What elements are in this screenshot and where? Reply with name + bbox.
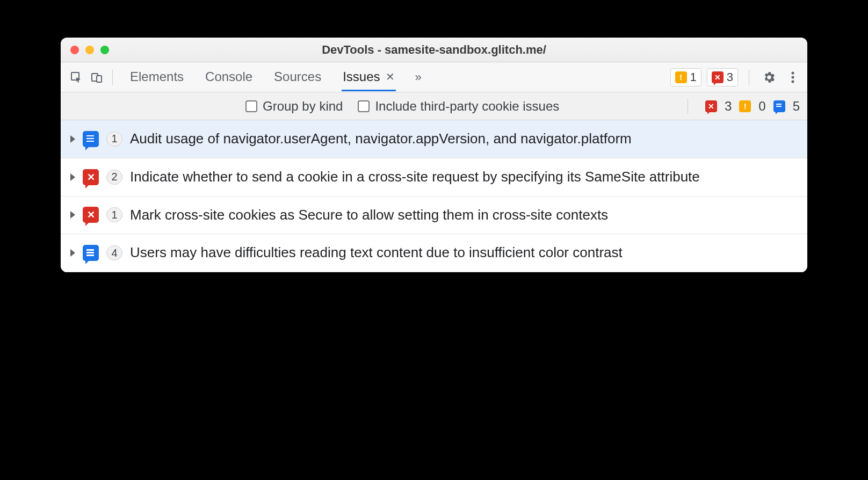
info-icon — [83, 131, 99, 147]
issue-title: Audit usage of navigator.userAgent, navi… — [130, 130, 798, 148]
count-errors: 3 — [725, 99, 732, 114]
issue-list: 1Audit usage of navigator.userAgent, nav… — [61, 120, 807, 272]
close-icon[interactable]: ✕ — [386, 70, 395, 83]
error-icon — [83, 169, 99, 185]
toolbar-right: 1 3 — [670, 68, 802, 86]
expand-caret-icon[interactable] — [70, 249, 75, 257]
warning-icon — [675, 71, 687, 83]
inspect-element-icon[interactable] — [66, 67, 86, 88]
device-toggle-icon[interactable] — [86, 67, 107, 88]
separator — [112, 70, 113, 85]
count-warnings: 0 — [758, 99, 765, 114]
tab-elements-label: Elements — [130, 69, 184, 84]
more-tabs-icon[interactable]: » — [415, 70, 422, 84]
main-toolbar: Elements Console Sources Issues ✕ » 1 3 — [61, 62, 807, 92]
svg-point-3 — [792, 71, 794, 74]
errors-pill[interactable]: 3 — [707, 68, 738, 86]
svg-rect-2 — [97, 76, 102, 82]
window-minimize-button[interactable] — [85, 46, 94, 54]
svg-point-4 — [792, 76, 794, 78]
errors-count: 3 — [727, 70, 733, 84]
expand-caret-icon[interactable] — [70, 211, 75, 219]
error-icon — [83, 207, 99, 223]
issue-title: Users may have difficulties reading text… — [130, 244, 798, 262]
include-third-party-label: Include third-party cookie issues — [375, 99, 559, 114]
devtools-window: DevTools - samesite-sandbox.glitch.me/ E… — [61, 38, 807, 272]
tab-console-label: Console — [205, 69, 252, 84]
issue-count-badge: 4 — [106, 245, 122, 260]
tab-elements[interactable]: Elements — [129, 64, 185, 91]
titlebar: DevTools - samesite-sandbox.glitch.me/ — [61, 38, 807, 62]
warning-icon — [739, 100, 751, 112]
tab-sources-label: Sources — [274, 69, 321, 84]
expand-caret-icon[interactable] — [70, 135, 75, 143]
error-icon — [705, 100, 717, 112]
tab-issues-label: Issues — [343, 69, 380, 84]
tab-sources[interactable]: Sources — [273, 64, 322, 91]
checkbox-box — [245, 100, 257, 112]
tab-console[interactable]: Console — [204, 64, 254, 91]
separator — [749, 70, 749, 85]
group-by-kind-checkbox[interactable]: Group by kind — [245, 99, 343, 114]
svg-point-5 — [792, 80, 794, 83]
issue-counts: 3 0 5 — [705, 99, 800, 114]
issue-row[interactable]: 1Mark cross-site cookies as Secure to al… — [61, 197, 807, 235]
issue-count-badge: 2 — [106, 170, 122, 185]
panel-tabs: Elements Console Sources Issues ✕ » — [129, 64, 670, 91]
include-third-party-checkbox[interactable]: Include third-party cookie issues — [358, 99, 559, 114]
issue-count-badge: 1 — [106, 207, 122, 222]
more-menu-icon[interactable] — [784, 68, 802, 86]
window-maximize-button[interactable] — [100, 46, 109, 54]
expand-caret-icon[interactable] — [70, 173, 75, 181]
issue-title: Indicate whether to send a cookie in a c… — [130, 168, 798, 186]
issue-row[interactable]: 2Indicate whether to send a cookie in a … — [61, 158, 807, 197]
error-icon — [712, 71, 724, 83]
issue-row[interactable]: 4Users may have difficulties reading tex… — [61, 234, 807, 272]
info-icon — [773, 100, 785, 112]
window-close-button[interactable] — [70, 46, 79, 54]
checkbox-box — [358, 100, 370, 112]
issue-row[interactable]: 1Audit usage of navigator.userAgent, nav… — [61, 120, 807, 158]
issues-filter-bar: Group by kind Include third-party cookie… — [61, 92, 807, 120]
warnings-count: 1 — [690, 70, 697, 84]
issue-title: Mark cross-site cookies as Secure to all… — [130, 206, 798, 224]
issue-count-badge: 1 — [106, 132, 122, 147]
info-icon — [83, 245, 99, 261]
group-by-kind-label: Group by kind — [263, 99, 343, 114]
settings-icon[interactable] — [760, 68, 778, 86]
warnings-pill[interactable]: 1 — [670, 68, 701, 86]
window-title: DevTools - samesite-sandbox.glitch.me/ — [61, 43, 807, 57]
tab-issues[interactable]: Issues ✕ — [342, 64, 395, 91]
traffic-lights — [61, 46, 109, 54]
separator — [688, 99, 688, 114]
count-info: 5 — [793, 99, 800, 114]
